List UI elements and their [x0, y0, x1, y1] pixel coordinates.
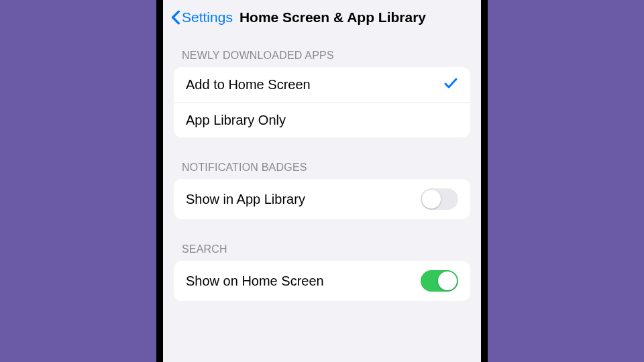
- back-label: Settings: [182, 9, 233, 25]
- option-label: App Library Only: [186, 113, 286, 128]
- row-label: Show in App Library: [186, 192, 305, 207]
- toggle-show-in-app-library[interactable]: [421, 188, 458, 210]
- row-label: Show on Home Screen: [186, 274, 324, 289]
- row-show-on-home-screen: Show on Home Screen: [174, 261, 470, 301]
- screen: Settings Home Screen & App Library NEWLY…: [163, 0, 481, 362]
- checkmark-icon: [443, 76, 458, 93]
- device-frame: Settings Home Screen & App Library NEWLY…: [156, 0, 488, 362]
- chevron-left-icon: [171, 10, 180, 25]
- option-add-to-home[interactable]: Add to Home Screen: [174, 67, 470, 103]
- group-downloads: Add to Home Screen App Library Only: [174, 67, 470, 137]
- option-app-library-only[interactable]: App Library Only: [174, 103, 470, 137]
- nav-bar: Settings Home Screen & App Library: [163, 0, 481, 35]
- toggle-knob: [422, 190, 441, 208]
- toggle-knob: [438, 272, 457, 290]
- section-header-badges: NOTIFICATION BADGES: [163, 147, 481, 179]
- back-button[interactable]: Settings: [171, 9, 233, 25]
- toggle-show-on-home-screen[interactable]: [421, 270, 458, 292]
- group-search: Show on Home Screen: [174, 261, 470, 301]
- section-header-downloads: NEWLY DOWNLOADED APPS: [163, 35, 481, 67]
- row-show-in-app-library: Show in App Library: [174, 179, 470, 219]
- option-label: Add to Home Screen: [186, 77, 311, 93]
- page-title: Home Screen & App Library: [239, 9, 426, 25]
- group-badges: Show in App Library: [174, 179, 470, 219]
- section-header-search: SEARCH: [163, 229, 481, 261]
